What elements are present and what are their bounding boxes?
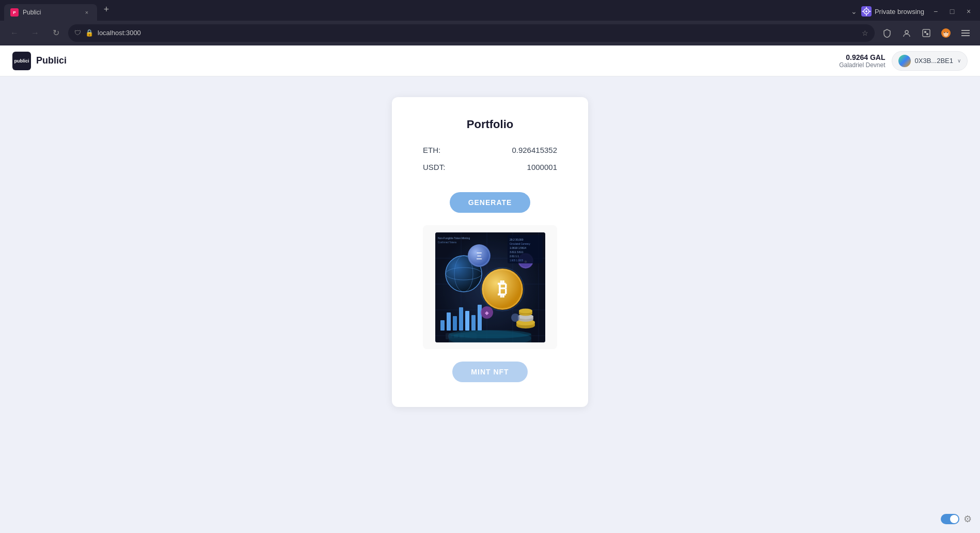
toggle-knob — [950, 515, 958, 523]
bottom-controls: ⚙ — [941, 513, 972, 525]
shield-toolbar-button[interactable] — [879, 25, 895, 41]
balance-info: 0.9264 GAL Galadriel Devnet — [839, 53, 885, 69]
eth-row: ETH: 0.926415352 — [423, 146, 557, 154]
svg-rect-34 — [459, 307, 463, 331]
private-browsing-badge: Private browsing — [861, 6, 924, 17]
tab-close-button[interactable]: × — [83, 8, 91, 17]
logo-box: publici — [12, 52, 31, 70]
svg-text:Circulated Currency: Circulated Currency — [510, 243, 531, 245]
wallet-chevron-icon: ∨ — [957, 58, 961, 64]
bookmark-button[interactable]: ☆ — [862, 29, 868, 37]
app-name: Publici — [36, 55, 67, 66]
svg-text:1.605    1.0005: 1.605 1.0005 — [510, 259, 524, 262]
window-controls: − □ × — [928, 4, 976, 19]
svg-point-14 — [947, 32, 948, 33]
settings-icon[interactable]: ⚙ — [963, 513, 972, 525]
svg-point-65 — [519, 308, 532, 313]
nft-preview-box: ₿ Ξ ● 29.2 30,00 — [423, 225, 557, 349]
svg-text:₿: ₿ — [498, 278, 507, 300]
svg-rect-9 — [924, 31, 926, 33]
svg-rect-37 — [478, 305, 482, 331]
lock-icon: 🔒 — [85, 29, 93, 37]
account-button[interactable] — [898, 25, 915, 41]
svg-text:Confirmed Tokens: Confirmed Tokens — [438, 241, 457, 244]
nft-image: ₿ Ξ ● 29.2 30,00 — [435, 232, 545, 342]
wallet-address: 0X3B...2BE1 — [915, 57, 953, 65]
portfolio-card: Portfolio ETH: 0.926415352 USDT: 1000001… — [392, 97, 588, 407]
usdt-value: 1000001 — [527, 163, 557, 171]
tab-bar: P Publici × + ⌄ Private browsing — [0, 0, 980, 21]
svg-text:Non-Fungible Token Minting: Non-Fungible Token Minting — [438, 237, 470, 240]
wallet-info: 0.9264 GAL Galadriel Devnet 0X3B...2BE1 … — [839, 51, 968, 71]
svg-text:Ξ: Ξ — [476, 251, 482, 261]
svg-rect-10 — [926, 33, 928, 35]
forward-button[interactable]: → — [27, 25, 43, 41]
fox-icon-button[interactable] — [938, 25, 954, 41]
shield-icon: 🛡 — [74, 29, 81, 37]
svg-rect-31 — [440, 320, 445, 331]
menu-button[interactable] — [957, 25, 974, 41]
url-display: localhost:3000 — [98, 29, 858, 37]
tab-favicon: P — [10, 8, 19, 17]
private-browsing-icon — [861, 6, 872, 17]
usdt-row: USDT: 1000001 — [423, 163, 557, 171]
svg-point-68 — [511, 313, 519, 322]
app-header: publici Publici 0.9264 GAL Galadriel Dev… — [0, 45, 980, 76]
svg-point-2 — [865, 10, 867, 12]
tab-title: Publici — [23, 9, 78, 16]
svg-rect-36 — [471, 315, 476, 331]
svg-rect-33 — [453, 316, 457, 331]
reload-button[interactable]: ↻ — [48, 25, 64, 41]
extensions-button[interactable] — [918, 25, 935, 41]
app-logo: publici Publici — [12, 52, 67, 70]
svg-point-7 — [905, 30, 908, 34]
browser-toolbar: ← → ↻ 🛡 🔒 localhost:3000 ☆ — [0, 21, 980, 45]
back-button[interactable]: ← — [6, 25, 23, 41]
balance-amount: 0.9264 GAL — [839, 53, 885, 61]
generate-button[interactable]: GENERATE — [450, 192, 531, 213]
mint-nft-button[interactable]: MINT NFT — [452, 362, 527, 382]
svg-text:3.611    3.611: 3.611 3.611 — [510, 250, 524, 254]
balance-currency: GAL — [870, 53, 886, 61]
wallet-avatar — [898, 55, 911, 67]
svg-text:2.61     1.1: 2.61 1.1 — [510, 255, 519, 258]
eth-label: ETH: — [423, 146, 440, 154]
theme-toggle[interactable] — [941, 514, 959, 524]
svg-text:1.0619   1.5614: 1.0619 1.5614 — [510, 246, 526, 249]
balance-network: Galadriel Devnet — [839, 61, 885, 69]
svg-text:29.2     30,000: 29.2 30,000 — [510, 238, 524, 241]
active-tab[interactable]: P Publici × — [4, 4, 97, 21]
svg-point-77 — [449, 330, 531, 338]
svg-rect-35 — [465, 311, 469, 331]
svg-text:◆: ◆ — [485, 310, 489, 316]
wallet-button[interactable]: 0X3B...2BE1 ∨ — [892, 51, 968, 71]
page-content: Portfolio ETH: 0.926415352 USDT: 1000001… — [0, 76, 980, 533]
new-tab-button[interactable]: + — [99, 2, 114, 17]
logo-text: publici — [14, 58, 29, 64]
portfolio-title: Portfolio — [467, 118, 513, 131]
svg-point-13 — [944, 32, 945, 33]
close-window-button[interactable]: × — [961, 4, 976, 19]
svg-rect-8 — [923, 29, 930, 37]
private-browsing-label: Private browsing — [875, 8, 924, 15]
address-bar[interactable]: 🛡 🔒 localhost:3000 ☆ — [68, 24, 875, 42]
minimize-button[interactable]: − — [928, 4, 943, 19]
maximize-button[interactable]: □ — [945, 4, 959, 19]
tab-dropdown-button[interactable]: ⌄ — [851, 7, 857, 15]
eth-value: 0.926415352 — [512, 146, 557, 154]
svg-rect-32 — [447, 312, 451, 331]
usdt-label: USDT: — [423, 163, 445, 171]
